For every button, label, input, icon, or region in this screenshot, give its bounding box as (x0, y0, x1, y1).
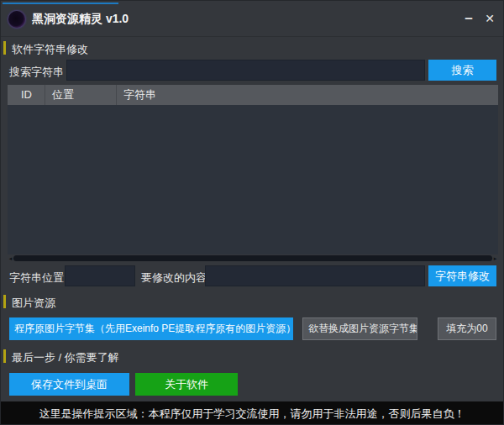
section-header-strings: 软件字符串修改 (12, 42, 88, 57)
close-button[interactable]: ✕ (479, 8, 501, 29)
section-header-images: 图片资源 (12, 296, 55, 311)
search-button[interactable]: 搜索 (428, 60, 496, 81)
horizontal-scrollbar[interactable]: ◂ ▸ (8, 255, 498, 261)
minimize-icon: – (465, 10, 472, 26)
string-modify-button[interactable]: 字符串修改 (428, 265, 496, 286)
table-body-empty[interactable] (8, 105, 498, 254)
column-header-id[interactable]: ID (8, 85, 45, 105)
about-software-button[interactable]: 关于软件 (135, 373, 238, 396)
close-icon: ✕ (485, 12, 495, 25)
app-window: 黑洞资源精灵 v1.0 – ✕ 软件字符串修改 搜索字符串： 搜索 ID 位置 … (0, 0, 504, 425)
scroll-right-icon[interactable]: ▸ (492, 255, 498, 261)
scrollbar-thumb[interactable] (13, 255, 492, 261)
save-to-desktop-button[interactable]: 保存文件到桌面 (9, 373, 129, 396)
search-string-label: 搜索字符串： (9, 65, 75, 80)
column-header-string[interactable]: 字符串 (116, 85, 498, 105)
replace-image-bytes-button[interactable]: 欲替换成图片资源字节集 (302, 317, 417, 340)
scroll-left-icon[interactable]: ◂ (8, 255, 13, 261)
column-header-position[interactable]: 位置 (45, 85, 116, 105)
original-image-bytes-button[interactable]: 程序原图片字节集（先用Exeinfo PE提取程序原有的图片资源） (9, 317, 293, 340)
section-marker (3, 295, 6, 308)
table-header-row: ID 位置 字符串 (8, 85, 498, 105)
title-bar[interactable]: 黑洞资源精灵 v1.0 – ✕ (1, 1, 503, 37)
modify-content-input[interactable] (205, 265, 425, 286)
fill-zero-button[interactable]: 填充为00 (438, 317, 496, 340)
window-title: 黑洞资源精灵 v1.0 (32, 1, 129, 36)
status-bar: 这里是操作提示区域：本程序仅用于学习交流使用，请勿用于非法用途，否则后果自负！ (1, 401, 503, 425)
black-hole-app-icon (8, 11, 25, 28)
section-header-final: 最后一步 / 你需要了解 (12, 350, 119, 365)
section-marker (3, 349, 6, 363)
search-string-input[interactable] (66, 60, 425, 81)
section-marker (3, 41, 6, 55)
minimize-button[interactable]: – (458, 8, 480, 29)
string-list-table[interactable]: ID 位置 字符串 (8, 85, 498, 254)
string-position-input[interactable] (65, 265, 135, 286)
